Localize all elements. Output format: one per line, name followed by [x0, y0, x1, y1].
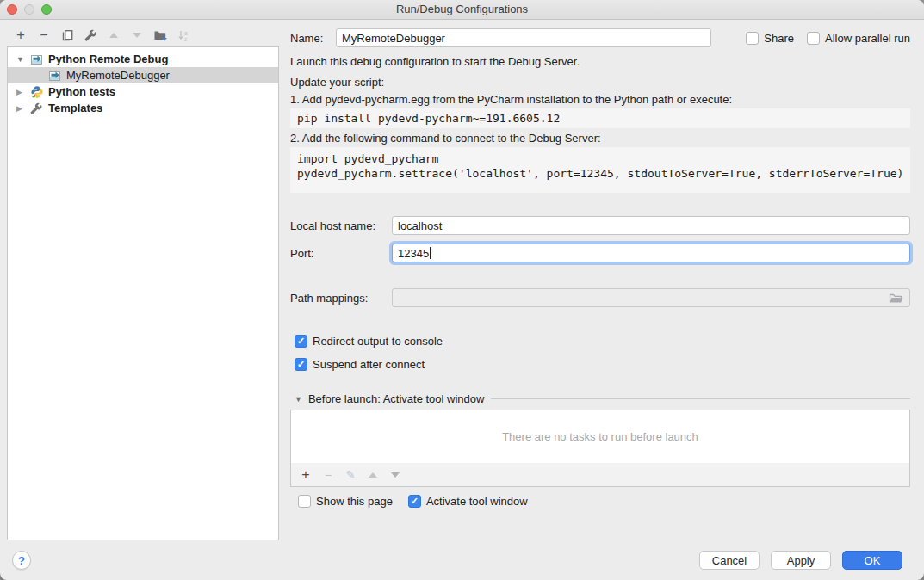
section-divider	[491, 398, 910, 399]
remove-task-icon[interactable]: −	[322, 468, 334, 482]
show-this-page-checkbox[interactable]	[298, 495, 311, 508]
before-launch-section-header[interactable]: ▼ Before launch: Activate tool window	[295, 392, 910, 405]
name-input[interactable]	[336, 28, 711, 47]
settrace-code: import pydevd_pycharmpydevd_pycharm.sett…	[290, 147, 910, 193]
empty-tasks-message: There are no tasks to run before launch	[502, 430, 698, 443]
expand-collapse-icon[interactable]: ▶	[16, 104, 30, 113]
help-button[interactable]: ?	[12, 551, 31, 570]
tasks-toolbar: + − ✎	[290, 463, 910, 487]
port-row: Port: 12345	[290, 243, 910, 263]
svg-text:z: z	[184, 36, 187, 42]
redirect-output-option: Redirect output to console	[295, 334, 443, 349]
expand-collapse-icon[interactable]: ▶	[16, 88, 30, 96]
tree-item-label: MyRemoteDebugger	[66, 69, 170, 82]
suspend-after-connect-checkbox[interactable]	[295, 358, 307, 371]
show-this-page-label: Show this page	[316, 495, 393, 508]
add-configuration-icon[interactable]: +	[14, 28, 28, 42]
text-caret	[430, 247, 431, 259]
activate-tool-window-checkbox[interactable]	[408, 495, 421, 508]
port-input[interactable]: 12345	[392, 244, 910, 262]
step1-text: 1. Add pydevd-pycharm.egg from the PyCha…	[290, 93, 732, 107]
share-label: Share	[764, 32, 794, 45]
activate-tool-window-option: Activate tool window	[408, 495, 528, 508]
window-title: Run/Debug Configurations	[0, 3, 924, 15]
templates-wrench-icon	[30, 102, 47, 114]
name-row: Name: Share Allow parallel run	[290, 28, 910, 48]
edit-task-icon[interactable]: ✎	[344, 468, 357, 481]
configurations-tree: ▼ Python Remote Debug MyRemoteDebugger ▶	[7, 46, 279, 540]
section-collapse-icon[interactable]: ▼	[295, 395, 302, 404]
show-this-page-option: Show this page	[298, 495, 393, 508]
settrace-code-line1: import pydevd_pycharm	[297, 152, 438, 165]
ok-button[interactable]: OK	[842, 551, 902, 570]
update-script-text: Update your script:	[290, 76, 384, 89]
dialog-buttons: Cancel Apply OK	[699, 551, 902, 570]
allow-parallel-run-checkbox[interactable]	[807, 32, 820, 45]
remove-configuration-icon[interactable]: −	[37, 28, 51, 42]
python-tests-icon	[30, 85, 47, 99]
settrace-code-line2: pydevd_pycharm.settrace('localhost', por…	[297, 167, 903, 180]
suspend-after-connect-label: Suspend after connect	[313, 358, 425, 371]
local-host-name-label: Local host name:	[290, 219, 392, 232]
move-task-down-icon[interactable]	[389, 472, 401, 478]
tree-item-python-remote-debug[interactable]: ▼ Python Remote Debug	[8, 51, 278, 67]
redirect-output-checkbox[interactable]	[295, 335, 307, 348]
share-option: Share	[746, 32, 794, 45]
tree-item-label: Templates	[48, 102, 102, 114]
apply-button[interactable]: Apply	[771, 551, 831, 570]
before-launch-tasks-list[interactable]: There are no tasks to run before launch	[290, 410, 910, 464]
tree-item-templates[interactable]: ▶ Templates	[8, 100, 278, 116]
cancel-button[interactable]: Cancel	[699, 551, 760, 570]
expand-collapse-icon[interactable]: ▼	[16, 55, 30, 64]
page-options: Show this page Activate tool window	[298, 495, 528, 508]
sort-alphabetically-icon[interactable]: az	[177, 28, 190, 42]
configurations-toolbar: + − az	[14, 25, 190, 46]
edit-templates-wrench-icon[interactable]	[84, 28, 97, 42]
tree-item-myremotedebugger[interactable]: MyRemoteDebugger	[8, 67, 278, 83]
suspend-after-connect-option: Suspend after connect	[295, 357, 425, 372]
path-mappings-field[interactable]	[392, 288, 910, 307]
path-mappings-label: Path mappings:	[290, 292, 392, 305]
copy-configuration-icon[interactable]	[60, 28, 74, 42]
new-folder-icon[interactable]	[153, 28, 167, 42]
tree-item-label: Python Remote Debug	[48, 52, 168, 65]
port-value: 12345	[398, 247, 429, 260]
name-label: Name:	[290, 32, 329, 45]
tree-item-label: Python tests	[48, 85, 115, 98]
before-launch-title: Before launch: Activate tool window	[308, 392, 485, 405]
share-checkbox[interactable]	[746, 32, 759, 45]
tree-item-python-tests[interactable]: ▶ Python tests	[8, 83, 278, 100]
pip-install-code: pip install pydevd-pycharm~=191.6605.12	[290, 108, 910, 128]
step2-text: 2. Add the following command to connect …	[290, 132, 601, 145]
run-configuration-icon	[48, 70, 65, 82]
redirect-output-label: Redirect output to console	[313, 335, 443, 348]
move-task-up-icon[interactable]	[367, 472, 379, 478]
allow-parallel-option: Allow parallel run	[807, 32, 910, 45]
local-host-row: Local host name:	[290, 215, 910, 236]
run-debug-configurations-dialog: Run/Debug Configurations + − az ▼ Python…	[0, 0, 924, 580]
path-mappings-row: Path mappings:	[290, 287, 910, 308]
move-down-icon[interactable]	[130, 28, 144, 42]
move-up-icon[interactable]	[107, 28, 121, 42]
port-label: Port:	[290, 247, 392, 260]
browse-folder-icon[interactable]	[889, 292, 904, 304]
activate-tool-window-label: Activate tool window	[426, 495, 528, 508]
local-host-name-input[interactable]	[392, 216, 910, 235]
titlebar: Run/Debug Configurations	[0, 0, 924, 20]
add-task-icon[interactable]: +	[300, 467, 312, 483]
run-configuration-icon	[30, 53, 47, 65]
allow-parallel-run-label: Allow parallel run	[825, 32, 910, 45]
intro-text: Launch this debug configuration to start…	[290, 55, 580, 69]
svg-text:a: a	[184, 29, 188, 35]
